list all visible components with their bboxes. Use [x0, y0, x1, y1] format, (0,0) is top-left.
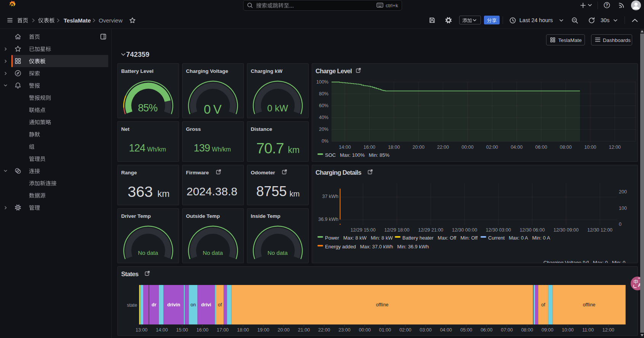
svg-text:?: ? — [606, 3, 608, 7]
